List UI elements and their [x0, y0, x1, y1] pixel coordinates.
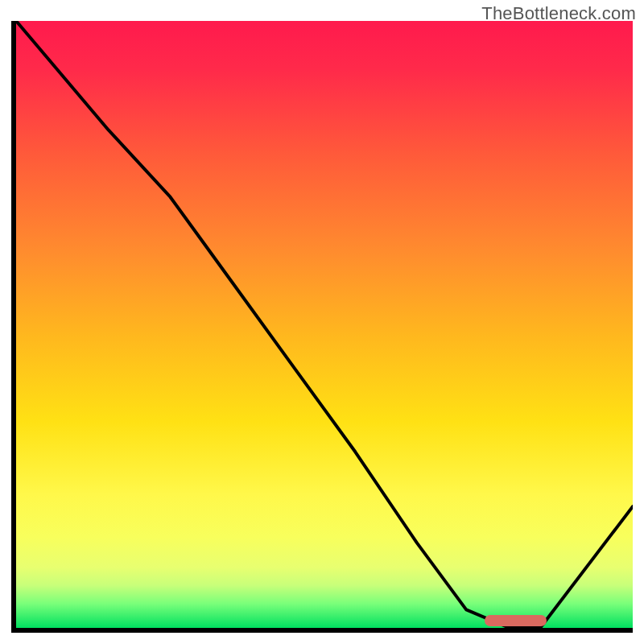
- plot-area: [16, 21, 633, 628]
- bottleneck-curve-path: [16, 21, 633, 628]
- bottleneck-chart: TheBottleneck.com: [0, 0, 644, 644]
- watermark-text: TheBottleneck.com: [481, 3, 636, 24]
- plot-frame: [11, 21, 633, 633]
- optimal-range-marker: [485, 615, 547, 626]
- curve-svg: [16, 21, 633, 628]
